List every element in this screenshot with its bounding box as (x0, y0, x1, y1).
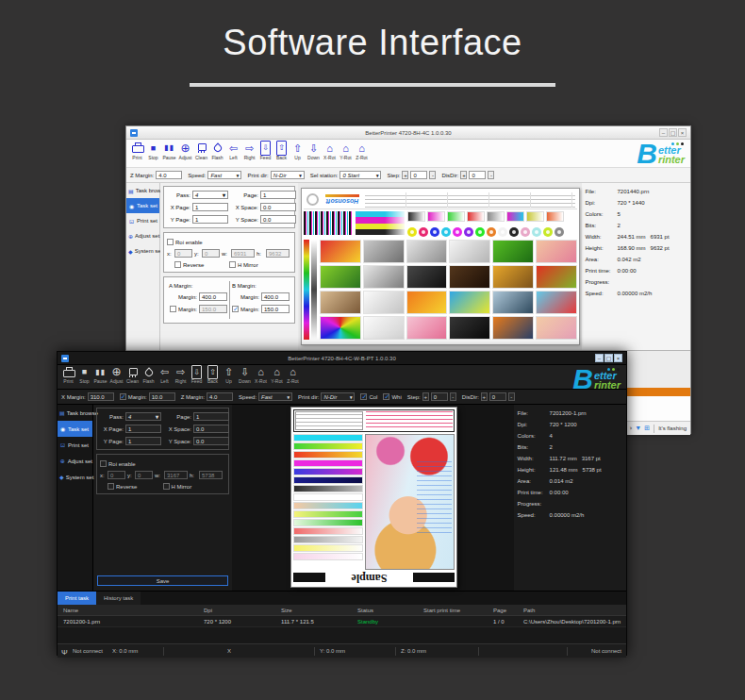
toolbar-button[interactable]: Print (129, 140, 145, 160)
toolbar-button[interactable]: Stop (145, 140, 161, 160)
speed-select[interactable]: Fast▾ (207, 171, 241, 179)
disdir-input[interactable]: 0 (469, 171, 486, 179)
roi-enable-checkbox[interactable] (167, 239, 174, 245)
roi-enable-checkbox[interactable] (100, 460, 107, 467)
sidebar-item[interactable]: System set (126, 243, 159, 258)
sidebar-item[interactable]: Task set (58, 421, 92, 437)
toolbar-button[interactable]: X-Rot (322, 140, 338, 160)
toolbar-button[interactable]: Flash (141, 365, 157, 384)
roi-w-input[interactable]: 6931 (231, 249, 255, 258)
toolbar-button[interactable]: Pause (92, 365, 108, 384)
disdir-minus-button[interactable]: - (488, 171, 494, 179)
tab-history-task[interactable]: History task (96, 592, 141, 605)
minimize-button[interactable]: – (595, 354, 604, 362)
step-input[interactable]: 0 (410, 171, 427, 179)
margin-input[interactable]: 10.0 (149, 392, 175, 401)
table-header-cell[interactable]: Page (488, 608, 518, 613)
sidebar-item[interactable]: Adjust set (58, 453, 92, 469)
pass-select[interactable]: 4▾ (192, 191, 228, 199)
b-margin-input[interactable]: 400.0 (261, 292, 290, 301)
table-header-cell[interactable]: Status (352, 608, 418, 613)
toolbar-button[interactable]: Adjust (177, 140, 193, 160)
back-titlebar[interactable]: BetterPrinter 4720-8H-4C 1.0.0.30 – ▢ × (126, 126, 690, 140)
toolbar-button[interactable]: Y-Rot (338, 140, 354, 160)
toolbar-button[interactable]: Pause (161, 140, 177, 160)
h-mirror-checkbox[interactable] (163, 483, 170, 490)
y-space-input[interactable]: 0.0 (193, 437, 229, 445)
toolbar-button[interactable]: Up (290, 140, 306, 160)
sidebar-item[interactable]: Print set (126, 213, 159, 228)
h-mirror-checkbox[interactable] (229, 261, 236, 268)
roi-h-input[interactable]: 5738 (199, 471, 223, 479)
shirt-mini-icon[interactable] (635, 425, 641, 432)
toolbar-button[interactable]: Left (225, 140, 241, 160)
disdir-plus-button[interactable]: + (481, 392, 488, 401)
save-button[interactable]: Save (97, 575, 228, 586)
toolbar-button[interactable]: Clean (124, 365, 141, 384)
speed-select[interactable]: Fast▾ (258, 392, 292, 401)
close-button[interactable]: × (678, 128, 687, 137)
toolbar-button[interactable]: Left (157, 365, 173, 384)
table-header-cell[interactable]: Name (58, 608, 198, 613)
toolbar-button[interactable]: Y-Rot (269, 365, 285, 384)
reverse-checkbox[interactable] (174, 261, 181, 268)
toolbar-button[interactable]: X-Rot (253, 365, 269, 384)
x-space-input[interactable]: 0.0 (193, 425, 229, 433)
toolbar-button[interactable]: Clean (193, 140, 209, 160)
step-minus-button[interactable]: - (429, 171, 436, 179)
grid-mini-icon[interactable] (644, 425, 650, 432)
reverse-checkbox[interactable] (108, 483, 114, 490)
step-plus-button[interactable]: + (402, 171, 408, 179)
sidebar-item[interactable]: Adjust set (126, 228, 159, 243)
table-header-cell[interactable]: Start print time (418, 608, 488, 613)
sidebar-item[interactable]: Task set (126, 198, 159, 213)
margin-checkbox[interactable] (120, 393, 126, 400)
toolbar-button[interactable]: Print (60, 365, 76, 384)
toolbar-button[interactable]: Z-Rot (285, 365, 301, 384)
x-space-input[interactable]: 0.0 (260, 203, 296, 211)
close-button[interactable]: × (614, 354, 622, 362)
y-space-input[interactable]: 0.0 (260, 215, 296, 224)
disdir-plus-button[interactable]: + (460, 171, 467, 179)
sidebar-item[interactable]: Task browse (126, 183, 159, 198)
toolbar-button[interactable]: Adjust (108, 365, 124, 384)
task-table-row[interactable]: 7201200-1.prn 720 * 1200 111.7 * 121.5 S… (58, 616, 626, 627)
b-margin2-input[interactable]: 150.0 (261, 305, 290, 313)
toolbar-button[interactable]: Back (273, 140, 290, 160)
x-page-input[interactable]: 1 (125, 425, 161, 433)
disdir-minus-button[interactable]: - (508, 392, 515, 401)
toolbar-button[interactable]: Right (173, 365, 189, 384)
x-margin-input[interactable]: 310.0 (88, 392, 114, 401)
toolbar-button[interactable]: Stop (76, 365, 92, 384)
z-margin-input[interactable]: 4.0 (156, 171, 182, 179)
table-header-cell[interactable]: Size (275, 608, 352, 613)
tab-print-task[interactable]: Print task (58, 592, 96, 605)
print-dir-select[interactable]: N-Dir▾ (271, 171, 305, 179)
y-page-input[interactable]: 1 (125, 437, 161, 445)
step-input[interactable]: 0 (431, 392, 448, 401)
pass-select[interactable]: 4▾ (125, 412, 161, 421)
toolbar-button[interactable]: Feed (189, 365, 205, 384)
sel-station-select[interactable]: 0 Start▾ (339, 171, 381, 179)
z-margin-input[interactable]: 4.0 (207, 392, 233, 401)
roi-x-input[interactable]: 0 (108, 471, 125, 479)
roi-w-input[interactable]: 3167 (164, 471, 188, 479)
a-margin2-checkbox[interactable] (170, 306, 176, 312)
toolbar-button[interactable]: Back (205, 365, 221, 384)
toolbar-button[interactable]: Feed (257, 140, 273, 160)
roi-x-input[interactable]: 0 (174, 249, 192, 258)
sidebar-item[interactable]: Print set (58, 437, 92, 453)
toolbar-button[interactable]: Up (221, 365, 237, 384)
toolbar-button[interactable]: Down (237, 365, 253, 384)
whi-checkbox[interactable] (383, 393, 389, 400)
a-margin-input[interactable]: 400.0 (199, 292, 227, 301)
col-checkbox[interactable] (360, 393, 367, 400)
table-header-cell[interactable]: Path (518, 608, 626, 613)
toolbar-button[interactable]: Z-Rot (354, 140, 370, 160)
user-mini-icon[interactable] (628, 425, 632, 432)
front-titlebar[interactable]: BetterPrinter 4720-8H-4C-W-B-PT 1.0.0.30… (58, 352, 626, 365)
table-header-cell[interactable]: Dpi (198, 608, 275, 613)
roi-y-input[interactable]: 0 (135, 471, 153, 479)
maximize-button[interactable]: ▢ (669, 128, 677, 137)
roi-y-input[interactable]: 0 (202, 249, 220, 258)
